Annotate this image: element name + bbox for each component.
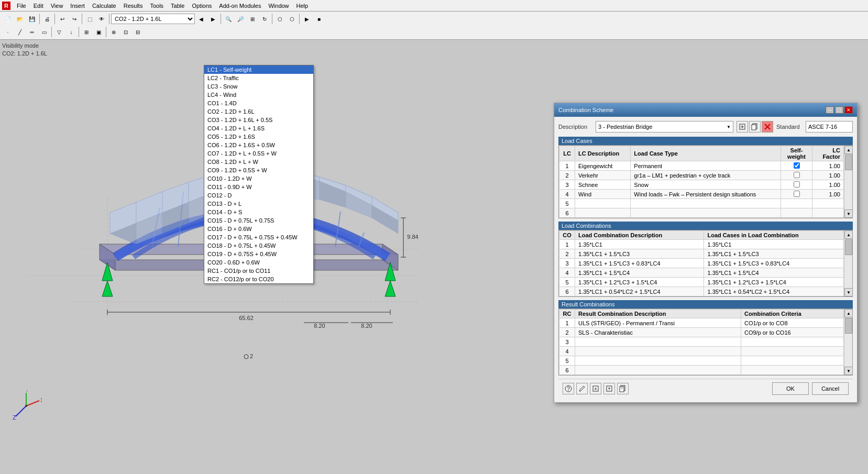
- result-combinations-scrollbar[interactable]: ▲ ▼: [844, 309, 852, 375]
- tb-view[interactable]: 👁: [96, 13, 107, 25]
- tb-run[interactable]: ▶: [301, 13, 313, 25]
- tb-render[interactable]: ⬡: [274, 13, 285, 25]
- menu-insert[interactable]: Insert: [67, 2, 88, 10]
- dd-item-co5[interactable]: CO5 - 1.2D + 1.6S: [204, 133, 313, 141]
- dd-item-co8[interactable]: CO8 - 1.2D + L + W: [204, 158, 313, 166]
- footer-export-button[interactable]: [590, 383, 601, 394]
- dd-item-co12[interactable]: CO12 - D: [204, 191, 313, 200]
- tb-open[interactable]: 📂: [14, 13, 26, 25]
- dialog-minimize-button[interactable]: ─: [826, 106, 834, 114]
- menu-help[interactable]: Help: [293, 2, 312, 10]
- tb-wire[interactable]: ⬡: [286, 13, 298, 25]
- menu-view[interactable]: View: [48, 2, 67, 10]
- tb-node[interactable]: ·: [2, 26, 14, 38]
- lc-row-1[interactable]: 1 Eigengewicht Permanent 1.00: [559, 161, 844, 171]
- tb-new[interactable]: 📄: [2, 13, 14, 25]
- lc-1-sw-checkbox[interactable]: [794, 162, 800, 169]
- tb-member[interactable]: ═: [26, 26, 38, 38]
- tb-redo[interactable]: ↪: [69, 13, 80, 25]
- cancel-button[interactable]: Cancel: [812, 382, 849, 395]
- dd-item-lc4[interactable]: LC4 - Wind: [204, 91, 313, 99]
- tb-line[interactable]: ╱: [14, 26, 26, 38]
- lc-row-6[interactable]: 6: [559, 208, 844, 218]
- lc-scroll-down[interactable]: ▼: [844, 210, 853, 218]
- tb-select[interactable]: ⬚: [84, 13, 95, 25]
- lc-scroll-up[interactable]: ▲: [844, 146, 853, 154]
- menu-edit[interactable]: Edit: [30, 2, 47, 10]
- dd-item-co15[interactable]: CO15 - D + 0.75L + 0.75S: [204, 216, 313, 225]
- co-row-6[interactable]: 6 1.35*LC1 + 0.54*LC2 + 1.5*LC4 1.35*LC1…: [559, 287, 844, 296]
- combo-dropdown[interactable]: LC1 - Self-weight LC2 - Traffic LC3 - Sn…: [204, 65, 314, 284]
- dd-item-co13[interactable]: CO13 - D + L: [204, 200, 313, 208]
- rc-row-4[interactable]: 4: [559, 347, 844, 356]
- dd-item-co20[interactable]: CO20 - 0.6D + 0.6W: [204, 258, 313, 267]
- dd-item-rc2[interactable]: RC2 - CO12/p or to CO20: [204, 275, 313, 283]
- menu-results[interactable]: Results: [120, 2, 146, 10]
- footer-copy2-button[interactable]: [617, 383, 629, 394]
- lc-4-sw[interactable]: [781, 190, 812, 199]
- load-cases-scrollbar[interactable]: ▲ ▼: [844, 146, 852, 218]
- desc-copy-button[interactable]: [749, 121, 761, 133]
- dialog-maximize-button[interactable]: □: [835, 106, 843, 114]
- menu-addon[interactable]: Add-on Modules: [216, 2, 264, 10]
- tb-print[interactable]: 🖨: [41, 13, 53, 25]
- co-row-2[interactable]: 2 1.35*LC1 + 1.5*LC3 1.35*LC1 + 1.5*LC3: [559, 249, 844, 259]
- footer-import-button[interactable]: [603, 383, 615, 394]
- footer-help-button[interactable]: ?: [563, 383, 574, 394]
- dd-item-co10[interactable]: CO10 - 1.2D + W: [204, 174, 313, 183]
- dd-item-co14[interactable]: CO14 - D + S: [204, 208, 313, 216]
- tb-nav-next[interactable]: ▶: [207, 13, 219, 25]
- lc-2-sw[interactable]: [781, 171, 812, 180]
- dd-item-lc2[interactable]: LC2 - Traffic: [204, 74, 313, 82]
- dd-item-co4[interactable]: CO4 - 1.2D + L + 1.6S: [204, 124, 313, 133]
- desc-new-button[interactable]: [737, 121, 748, 133]
- dd-item-co6[interactable]: CO6 - 1.2D + 1.6S + 0.5W: [204, 141, 313, 149]
- standard-input[interactable]: ASCE 7-16: [806, 121, 853, 133]
- dialog-close-button[interactable]: ✕: [844, 106, 853, 114]
- tb-more3[interactable]: ⊟: [132, 26, 144, 38]
- tb-nav-prev[interactable]: ◀: [195, 13, 207, 25]
- co-scroll-down[interactable]: ▼: [844, 288, 853, 296]
- tb-rotate[interactable]: ↻: [259, 13, 270, 25]
- dd-item-co16[interactable]: CO16 - D + 0.6W: [204, 225, 313, 233]
- tb-material[interactable]: ▣: [93, 26, 104, 38]
- co-row-3[interactable]: 3 1.35*LC1 + 1.5*LC3 + 0.83*LC4 1.35*LC1…: [559, 259, 844, 268]
- dd-item-co9[interactable]: CO9 - 1.2D + 0.5S + W: [204, 166, 313, 174]
- co-row-5[interactable]: 5 1.35*LC1 + 1.2*LC3 + 1.5*LC4 1.35*LC1 …: [559, 278, 844, 287]
- load-combinations-scrollbar[interactable]: ▲ ▼: [844, 230, 852, 296]
- co-row-1[interactable]: 1 1.35*LC1 1.35*LC1: [559, 240, 844, 249]
- dd-item-rc1[interactable]: RC1 - CO1/p or to CO11: [204, 267, 313, 275]
- tb-save[interactable]: 💾: [26, 13, 38, 25]
- lc-row-4[interactable]: 4 Wind Wind loads – Fwk – Persistent des…: [559, 190, 844, 199]
- tb-stop[interactable]: ■: [313, 13, 325, 25]
- rc-scroll-up[interactable]: ▲: [844, 309, 853, 317]
- load-combo-selector[interactable]: CO2 - 1.2D + 1.6L: [111, 14, 195, 24]
- dd-item-lc1[interactable]: LC1 - Self-weight: [204, 65, 313, 74]
- lc-3-sw[interactable]: [781, 180, 812, 190]
- menu-tools[interactable]: Tools: [147, 2, 167, 10]
- dd-item-co19[interactable]: CO19 - D + 0.75S + 0.45W: [204, 250, 313, 258]
- co-scroll-up[interactable]: ▲: [844, 230, 853, 239]
- tb-more2[interactable]: ⊡: [120, 26, 131, 38]
- footer-edit-button[interactable]: [576, 383, 588, 394]
- lc-scroll-thumb[interactable]: [845, 155, 852, 170]
- dd-item-co11[interactable]: CO11 - 0.9D + W: [204, 183, 313, 191]
- dd-item-co18[interactable]: CO18 - D + 0.75L + 0.45W: [204, 241, 313, 250]
- description-combo[interactable]: 3 - Pedestrian Bridge ▼: [596, 121, 733, 133]
- lc-1-sw[interactable]: [781, 161, 812, 171]
- dd-item-co2[interactable]: CO2 - 1.2D + 1.6L: [204, 107, 313, 116]
- rc-row-1[interactable]: 1 ULS (STR/GEO) - Permanent / Transi CO1…: [559, 318, 844, 328]
- lc-row-2[interactable]: 2 Verkehr gr1a – LM1 + pedestrian + cycl…: [559, 171, 844, 180]
- lc-row-3[interactable]: 3 Schnee Snow 1.00: [559, 180, 844, 190]
- tb-surface[interactable]: ▭: [38, 26, 50, 38]
- co-row-4[interactable]: 4 1.35*LC1 + 1.5*LC4 1.35*LC1 + 1.5*LC4: [559, 268, 844, 278]
- dd-item-co17[interactable]: CO17 - D + 0.75L + 0.75S + 0.45W: [204, 233, 313, 241]
- dd-item-co7[interactable]: CO7 - 1.2D + L + 0.5S + W: [204, 149, 313, 158]
- dd-item-lc3[interactable]: LC3 - Snow: [204, 82, 313, 91]
- rc-row-6[interactable]: 6: [559, 366, 844, 375]
- menu-window[interactable]: Window: [265, 2, 292, 10]
- menu-file[interactable]: File: [14, 2, 29, 10]
- lc-row-5[interactable]: 5: [559, 199, 844, 208]
- rc-row-3[interactable]: 3: [559, 337, 844, 347]
- tb-support[interactable]: ▽: [53, 26, 65, 38]
